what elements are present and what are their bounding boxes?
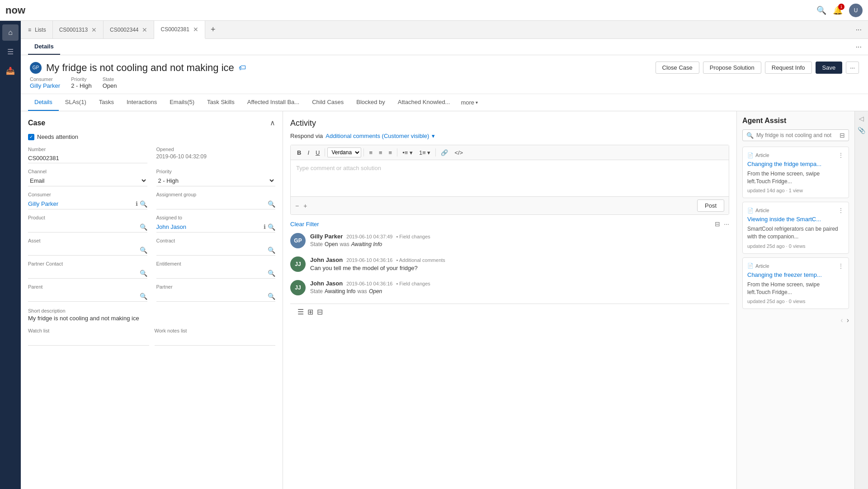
partner-search-icon[interactable]: 🔍 bbox=[268, 293, 275, 300]
pagination-prev-button[interactable]: ‹ bbox=[840, 316, 843, 324]
sidebar-home-icon[interactable]: ⌂ bbox=[2, 24, 19, 41]
watch-list-field[interactable] bbox=[28, 337, 149, 343]
priority-input[interactable]: 2 - High bbox=[156, 176, 276, 186]
tab-more-button[interactable]: ··· bbox=[849, 21, 868, 38]
article-title-2[interactable]: Viewing inside the SmartC... bbox=[747, 216, 844, 223]
article-more-button-3[interactable]: ⋮ bbox=[838, 262, 844, 270]
case-more-actions-button[interactable]: ··· bbox=[846, 62, 859, 74]
rte-align-center-button[interactable]: ≡ bbox=[376, 148, 385, 157]
search-icon[interactable]: 🔍 bbox=[816, 5, 826, 15]
asset-search-icon[interactable]: 🔍 bbox=[140, 247, 147, 254]
clear-filter-button[interactable]: Clear Filter bbox=[290, 221, 319, 228]
agent-search-input[interactable] bbox=[756, 132, 837, 138]
filter-more-icon[interactable]: ··· bbox=[724, 220, 729, 228]
user-avatar[interactable]: U bbox=[849, 4, 863, 17]
rte-numbered-list-button[interactable]: 1≡ ▾ bbox=[416, 148, 433, 157]
tab-add-button[interactable]: + bbox=[205, 21, 221, 38]
pagination-next-button[interactable]: › bbox=[847, 316, 849, 324]
parent-field[interactable] bbox=[28, 293, 140, 299]
channel-input[interactable]: Email bbox=[28, 176, 147, 186]
article-more-button-1[interactable]: ⋮ bbox=[838, 152, 844, 159]
tab-cs0001313[interactable]: CS0001313 ✕ bbox=[53, 21, 104, 38]
panel-collapse-button[interactable]: ∧ bbox=[270, 119, 275, 127]
article-more-button-2[interactable]: ⋮ bbox=[838, 207, 844, 214]
nav-tab-interactions[interactable]: Interactions bbox=[120, 94, 163, 111]
respond-link[interactable]: Additional comments (Customer visible) bbox=[326, 133, 429, 139]
parent-search-icon[interactable]: 🔍 bbox=[140, 293, 147, 300]
assigned-to-search-icon[interactable]: 🔍 bbox=[268, 223, 275, 231]
nav-tab-details[interactable]: Details bbox=[28, 94, 59, 111]
assigned-to-info-icon[interactable]: ℹ bbox=[264, 223, 266, 231]
consumer-info-icon[interactable]: ℹ bbox=[136, 200, 138, 208]
rte-align-right-button[interactable]: ≡ bbox=[386, 148, 395, 157]
right-edge-icon-1[interactable]: ◁ bbox=[859, 115, 864, 122]
post-button[interactable]: Post bbox=[697, 199, 724, 212]
nav-tab-more[interactable]: more ▾ bbox=[456, 95, 482, 110]
tab-cs0002344[interactable]: CS0002344 ✕ bbox=[104, 21, 154, 38]
filter-funnel-icon[interactable]: ⊟ bbox=[715, 220, 720, 228]
consumer-value[interactable]: Gilly Parker bbox=[30, 82, 60, 89]
rte-font-select[interactable]: Verdana bbox=[327, 147, 361, 157]
assigned-to-value[interactable]: John Jason bbox=[156, 222, 264, 232]
partner-contact-field[interactable] bbox=[28, 270, 140, 276]
rte-italic-button[interactable]: I bbox=[305, 148, 312, 157]
close-case-button[interactable]: Close Case bbox=[656, 62, 699, 74]
right-edge-icon-2[interactable]: 📎 bbox=[858, 127, 865, 134]
sidebar-inbox-icon[interactable]: 📥 bbox=[2, 62, 19, 79]
consumer-search-icon[interactable]: 🔍 bbox=[140, 200, 147, 208]
tab-cs0001313-close[interactable]: ✕ bbox=[91, 26, 97, 33]
assignment-group-search-icon[interactable]: 🔍 bbox=[268, 200, 275, 208]
tab-cs0002344-close[interactable]: ✕ bbox=[142, 26, 147, 33]
nav-tab-child-cases[interactable]: Child Cases bbox=[306, 94, 350, 111]
tag-icon[interactable]: 🏷 bbox=[239, 64, 246, 72]
nav-tab-slas[interactable]: SLAs(1) bbox=[59, 94, 93, 111]
view-split-icon[interactable]: ⊟ bbox=[317, 308, 323, 316]
product-search-icon[interactable]: 🔍 bbox=[140, 223, 147, 231]
rte-underline-button[interactable]: U bbox=[313, 148, 322, 157]
rte-link-button[interactable]: 🔗 bbox=[438, 148, 451, 157]
rte-bold-button[interactable]: B bbox=[294, 148, 304, 157]
sub-tab-more[interactable]: ··· bbox=[849, 39, 868, 55]
consumer-field-value[interactable]: Gilly Parker bbox=[28, 199, 136, 209]
nav-tab-task-skills[interactable]: Task Skills bbox=[201, 94, 241, 111]
asset-field[interactable] bbox=[28, 247, 140, 253]
propose-solution-button[interactable]: Propose Solution bbox=[703, 62, 761, 74]
product-field[interactable] bbox=[28, 223, 140, 230]
nav-tab-affected-install[interactable]: Affected Install Ba... bbox=[241, 94, 306, 111]
view-list-icon[interactable]: ☰ bbox=[297, 308, 304, 316]
article-title-3[interactable]: Changing the freezer temp... bbox=[747, 271, 844, 279]
priority-select[interactable]: 2 - High bbox=[156, 177, 276, 185]
nav-tab-attached-knowl[interactable]: Attached Knowled... bbox=[392, 94, 457, 111]
entitlement-search-icon[interactable]: 🔍 bbox=[268, 270, 275, 277]
contract-field[interactable] bbox=[156, 247, 268, 253]
assignment-group-label: Assignment group bbox=[156, 192, 276, 197]
channel-select[interactable]: Email bbox=[28, 177, 147, 185]
contract-search-icon[interactable]: 🔍 bbox=[268, 247, 275, 254]
article-title-1[interactable]: Changing the fridge tempa... bbox=[747, 161, 844, 168]
partner-field[interactable] bbox=[156, 293, 268, 299]
rte-bullet-list-button[interactable]: •≡ ▾ bbox=[400, 148, 415, 157]
request-info-button[interactable]: Request Info bbox=[765, 62, 812, 74]
nav-tab-emails[interactable]: Emails(5) bbox=[163, 94, 201, 111]
work-notes-list-field[interactable] bbox=[155, 337, 276, 343]
save-button[interactable]: Save bbox=[816, 62, 843, 74]
nav-tab-tasks[interactable]: Tasks bbox=[93, 94, 120, 111]
tab-cs0002381[interactable]: CS0002381 ✕ bbox=[154, 21, 205, 39]
tab-lists[interactable]: ≡ Lists bbox=[21, 21, 53, 38]
partner-contact-search-icon[interactable]: 🔍 bbox=[140, 270, 147, 277]
rte-align-left-button[interactable]: ≡ bbox=[366, 148, 375, 157]
agent-filter-icon[interactable]: ⊟ bbox=[840, 132, 845, 139]
notifications-icon[interactable]: 🔔 1 bbox=[833, 5, 843, 15]
tab-cs0002381-close[interactable]: ✕ bbox=[193, 26, 198, 33]
rte-plus-icon[interactable]: + bbox=[303, 202, 307, 209]
rte-minus-icon[interactable]: − bbox=[295, 202, 299, 209]
nav-tab-blocked-by[interactable]: Blocked by bbox=[350, 94, 392, 111]
assignment-group-field[interactable] bbox=[156, 200, 268, 207]
rte-body[interactable]: Type comment or attach solution bbox=[291, 160, 729, 196]
view-grid-icon[interactable]: ⊞ bbox=[307, 308, 313, 316]
sidebar-menu-icon[interactable]: ☰ bbox=[2, 43, 19, 60]
needs-attention-checkbox[interactable]: ✓ bbox=[28, 134, 34, 140]
rte-code-button[interactable]: </> bbox=[452, 148, 466, 157]
entitlement-field[interactable] bbox=[156, 270, 268, 276]
sub-tab-details[interactable]: Details bbox=[28, 39, 60, 55]
